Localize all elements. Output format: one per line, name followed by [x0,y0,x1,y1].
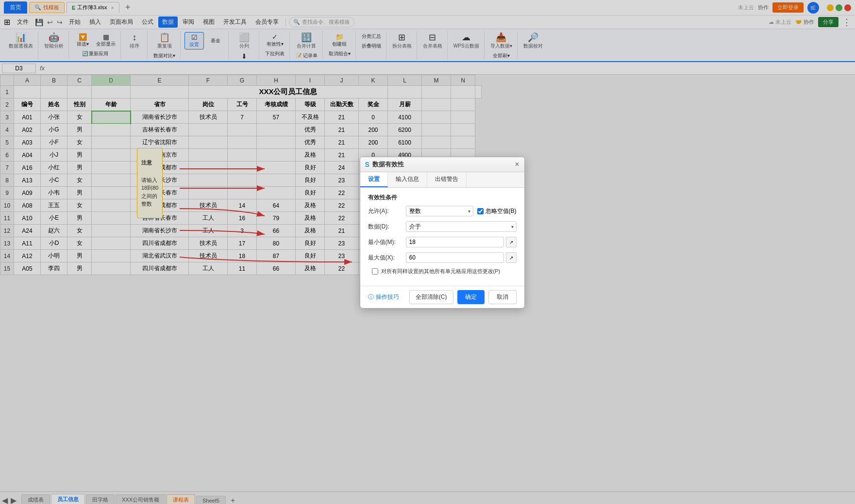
data-select[interactable]: 介于 [406,221,517,232]
max-label: 最大值(X): [368,254,402,262]
dialog-tab-error[interactable]: 出错警告 [427,172,467,187]
tips-icon: ⓘ [368,293,374,301]
dialog-close-btn[interactable]: × [515,160,519,169]
max-ref-btn[interactable]: ↗ [506,252,517,263]
max-value-input[interactable] [406,252,504,263]
allow-row: 允许(A): 整数 ▾ 忽略空值(B) [368,206,517,216]
footer-left: ⓘ 操作技巧 [368,293,399,301]
data-select-wrapper: 介于 ▾ [406,221,517,232]
min-value-input[interactable] [406,237,504,247]
modal-overlay: S 数据有效性 × 设置 输入信息 出错警告 有效性条件 允许(A): 整数 ▾ [0,0,855,504]
min-row: 最小值(M): ↗ [368,237,517,247]
allow-select-wrapper: 整数 ▾ [406,206,473,216]
min-input-group: ↗ [406,237,517,247]
dialog-app-icon: S [365,161,369,168]
dialog-body: 有效性条件 允许(A): 整数 ▾ 忽略空值(B) 数据(D): [360,188,524,286]
validity-section-title: 有效性条件 [368,194,517,202]
data-label: 数据(D): [368,223,402,231]
data-row: 数据(D): 介于 ▾ [368,221,517,232]
clear-all-btn[interactable]: 全部清除(C) [409,290,453,304]
ignore-blank-checkbox[interactable] [477,208,484,214]
apply-all-checkbox[interactable] [372,268,378,275]
max-row: 最大值(X): ↗ [368,252,517,263]
min-ref-btn[interactable]: ↗ [506,237,517,247]
cancel-btn[interactable]: 取消 [488,290,517,304]
max-input-group: ↗ [406,252,517,263]
footer-right: 全部清除(C) 确定 取消 [409,290,517,304]
allow-label: 允许(A): [368,207,402,215]
dialog-tab-input[interactable]: 输入信息 [388,172,427,187]
dialog-title-bar: S 数据有效性 × [360,157,524,172]
data-validity-dialog: S 数据有效性 × 设置 输入信息 出错警告 有效性条件 允许(A): 整数 ▾ [360,157,525,309]
dialog-title: S 数据有效性 [365,160,404,169]
allow-select[interactable]: 整数 [406,206,473,216]
dialog-tabs: 设置 输入信息 出错警告 [360,172,524,188]
min-label: 最小值(M): [368,238,402,246]
dialog-footer: ⓘ 操作技巧 全部清除(C) 确定 取消 [360,286,524,308]
apply-all-row: 对所有同样设置的其他所有单元格应用这些更改(P) [372,268,517,275]
ignore-blank-label: 忽略空值(B) [477,207,517,215]
ok-btn[interactable]: 确定 [457,290,485,304]
tips-link[interactable]: ⓘ 操作技巧 [368,293,399,301]
dialog-tab-settings[interactable]: 设置 [360,172,388,187]
